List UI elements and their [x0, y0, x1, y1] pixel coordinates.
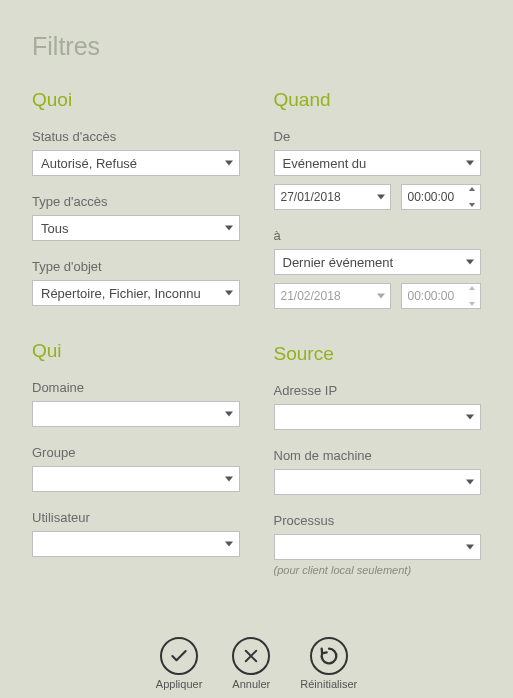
from-date-value: 27/01/2018: [281, 190, 341, 204]
access-type-value: Tous: [41, 221, 68, 236]
to-date-dropdown: 21/02/2018: [274, 283, 391, 309]
label-to: à: [274, 228, 482, 243]
chevron-down-icon: [225, 412, 233, 417]
process-dropdown[interactable]: [274, 534, 482, 560]
page-title: Filtres: [32, 32, 481, 61]
to-date-value: 21/02/2018: [281, 289, 341, 303]
group-dropdown[interactable]: [32, 466, 240, 492]
spinner-arrows-icon: [467, 286, 477, 306]
section-title-quoi: Quoi: [32, 89, 240, 111]
from-date-dropdown[interactable]: 27/01/2018: [274, 184, 391, 210]
chevron-down-icon: [377, 195, 385, 200]
chevron-down-icon: [225, 542, 233, 547]
apply-label: Appliquer: [156, 678, 202, 690]
user-dropdown[interactable]: [32, 531, 240, 557]
chevron-down-icon: [225, 477, 233, 482]
process-note: (pour client local seulement): [274, 564, 482, 576]
check-circle-icon: [160, 637, 198, 675]
label-machine: Nom de machine: [274, 448, 482, 463]
close-circle-icon: [232, 637, 270, 675]
chevron-down-icon: [466, 480, 474, 485]
chevron-down-icon: [466, 161, 474, 166]
chevron-down-icon: [466, 260, 474, 265]
refresh-icon: [310, 637, 348, 675]
label-ip: Adresse IP: [274, 383, 482, 398]
label-status: Status d'accès: [32, 129, 240, 144]
label-object-type: Type d'objet: [32, 259, 240, 274]
chevron-down-icon: [225, 291, 233, 296]
chevron-down-icon: [377, 294, 385, 299]
apply-button[interactable]: Appliquer: [156, 637, 202, 690]
section-title-qui: Qui: [32, 340, 240, 362]
cancel-button[interactable]: Annuler: [232, 637, 270, 690]
object-type-value: Répertoire, Fichier, Inconnu: [41, 286, 201, 301]
label-user: Utilisateur: [32, 510, 240, 525]
ip-dropdown[interactable]: [274, 404, 482, 430]
status-dropdown[interactable]: Autorisé, Refusé: [32, 150, 240, 176]
cancel-label: Annuler: [232, 678, 270, 690]
machine-dropdown[interactable]: [274, 469, 482, 495]
chevron-down-icon: [466, 415, 474, 420]
label-access-type: Type d'accès: [32, 194, 240, 209]
reset-label: Réinitialiser: [300, 678, 357, 690]
to-time-value: 00:00:00: [408, 289, 455, 303]
section-title-source: Source: [274, 343, 482, 365]
chevron-down-icon: [225, 226, 233, 231]
from-time-value: 00:00:00: [408, 190, 455, 204]
from-mode-dropdown[interactable]: Evénement du: [274, 150, 482, 176]
reset-button[interactable]: Réinitialiser: [300, 637, 357, 690]
to-mode-dropdown[interactable]: Dernier événement: [274, 249, 482, 275]
chevron-down-icon: [225, 161, 233, 166]
to-mode-value: Dernier événement: [283, 255, 394, 270]
domain-dropdown[interactable]: [32, 401, 240, 427]
to-time-spinner: 00:00:00: [401, 283, 482, 309]
section-title-quand: Quand: [274, 89, 482, 111]
label-group: Groupe: [32, 445, 240, 460]
status-value: Autorisé, Refusé: [41, 156, 137, 171]
spinner-arrows-icon: [467, 187, 477, 207]
access-type-dropdown[interactable]: Tous: [32, 215, 240, 241]
footer-actions: Appliquer Annuler Réinitialiser: [0, 637, 513, 690]
chevron-down-icon: [466, 545, 474, 550]
label-process: Processus: [274, 513, 482, 528]
object-type-dropdown[interactable]: Répertoire, Fichier, Inconnu: [32, 280, 240, 306]
from-time-spinner[interactable]: 00:00:00: [401, 184, 482, 210]
label-from: De: [274, 129, 482, 144]
label-domain: Domaine: [32, 380, 240, 395]
from-mode-value: Evénement du: [283, 156, 367, 171]
